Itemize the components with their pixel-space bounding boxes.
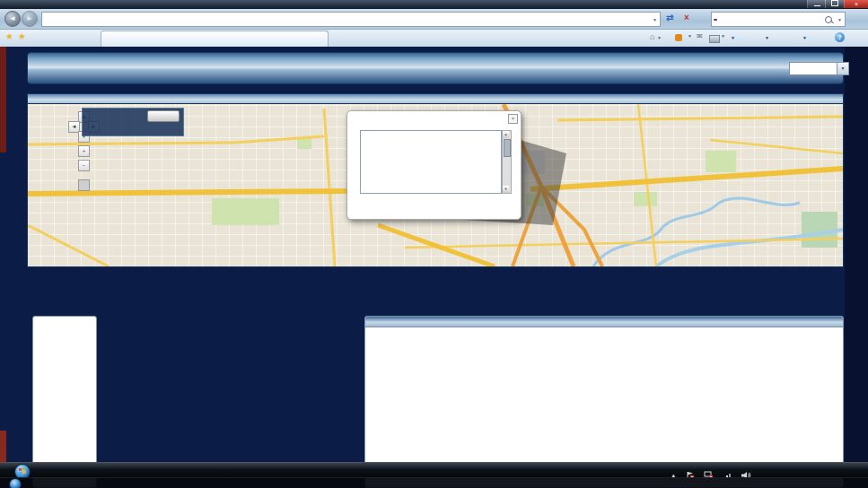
browser-tab[interactable] xyxy=(101,30,329,48)
outer-frame-strip xyxy=(0,47,6,152)
close-button[interactable]: × xyxy=(844,0,868,8)
favorites-star-icon[interactable]: ★ xyxy=(18,31,26,41)
meter-details-popup: × ▲ ▼ xyxy=(346,110,522,220)
scroll-down-icon[interactable]: ▼ xyxy=(503,186,509,193)
window-titlebar: × xyxy=(0,0,868,9)
safety-menu[interactable]: ▼ xyxy=(765,33,769,41)
outer-frame-strip xyxy=(0,431,6,462)
rss-icon[interactable] xyxy=(675,34,682,41)
home-icon[interactable]: ⌂ ▼ xyxy=(650,32,662,41)
filter-panel xyxy=(82,108,184,136)
web-page: ▼ xyxy=(0,47,868,462)
zoom-in-button[interactable]: + xyxy=(78,145,90,157)
rss-dropdown-icon[interactable]: ▼ xyxy=(688,33,692,39)
address-field[interactable]: ▼ xyxy=(41,12,661,27)
scroll-thumb[interactable] xyxy=(504,139,511,157)
maximize-button[interactable] xyxy=(825,0,844,8)
page-menu[interactable]: ▼ xyxy=(731,33,735,41)
print-dropdown-icon[interactable]: ▼ xyxy=(721,33,725,39)
popup-scrollbar[interactable]: ▲ ▼ xyxy=(502,130,512,194)
zoom-out-button[interactable]: − xyxy=(78,160,90,171)
url-input[interactable] xyxy=(48,13,653,25)
city-selector[interactable] xyxy=(789,62,841,75)
outer-frame-column xyxy=(845,47,868,462)
add-favorite-icon[interactable]: ★ xyxy=(5,31,13,41)
back-button[interactable]: ◄ xyxy=(4,11,21,27)
taskbar: ▲ xyxy=(0,462,868,478)
refresh-icon[interactable]: ⇄ xyxy=(666,13,673,22)
taskbar-ghost xyxy=(0,477,868,488)
chart-title xyxy=(365,317,843,327)
forward-button[interactable]: ► xyxy=(22,11,38,27)
scroll-up-icon[interactable]: ▲ xyxy=(503,131,509,138)
tools-menu[interactable]: ▼ xyxy=(802,33,807,41)
popup-close-icon[interactable]: × xyxy=(508,114,518,124)
address-bar: ◄ ► ▼ ⇄ × ▼ xyxy=(0,9,868,30)
yahoo-icon xyxy=(714,19,717,21)
search-icon[interactable] xyxy=(825,16,832,23)
search-field[interactable]: ▼ xyxy=(711,12,846,27)
stop-icon[interactable]: × xyxy=(684,13,689,22)
start-button-ghost xyxy=(9,478,22,488)
mail-icon[interactable]: ✉ xyxy=(697,32,703,40)
favorites-bar: ★ ★ ⌂ ▼ ▼ ✉ ▼ ▼ ▼ ▼ ? xyxy=(0,30,868,48)
help-icon[interactable]: ? xyxy=(835,32,845,42)
meter-details-table xyxy=(360,130,502,194)
google-map[interactable]: ▲ ◄ ► ▼ + − × ▲ ▼ xyxy=(27,103,844,267)
minimize-button[interactable] xyxy=(807,0,826,8)
search-dropdown-icon[interactable]: ▼ xyxy=(837,17,842,22)
address-dropdown-icon[interactable]: ▼ xyxy=(653,17,657,22)
map-extra-control[interactable] xyxy=(78,179,90,191)
print-icon[interactable] xyxy=(709,35,720,43)
search-input[interactable] xyxy=(719,14,825,25)
city-selector-arrow-icon[interactable]: ▼ xyxy=(837,62,849,75)
refresh-button[interactable] xyxy=(147,110,180,122)
app-header: ▼ xyxy=(27,52,844,84)
